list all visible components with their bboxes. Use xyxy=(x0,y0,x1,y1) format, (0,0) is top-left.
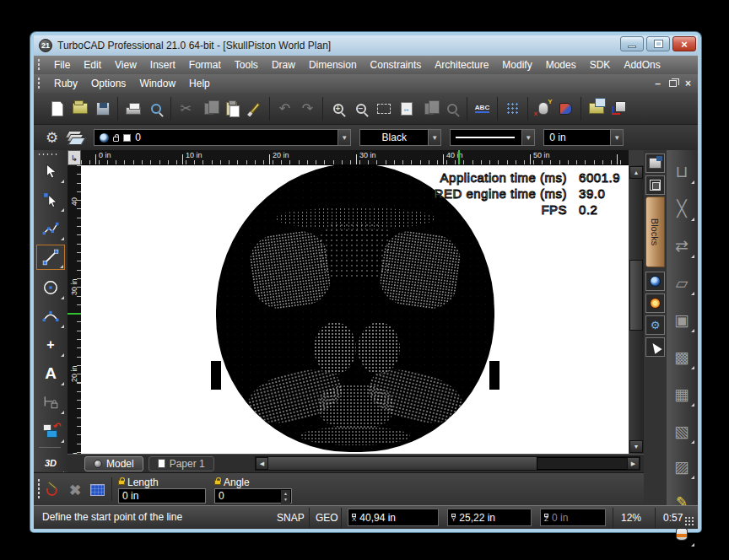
solid-tool[interactable]: ▧ xyxy=(669,417,694,445)
cancel-entry-button[interactable]: ✖ xyxy=(66,482,84,498)
x-coordinate-field[interactable]: X 40,94 in xyxy=(348,509,439,526)
menu-insert[interactable]: Insert xyxy=(143,56,182,74)
menu-dimension[interactable]: Dimension xyxy=(302,56,364,74)
scroll-up-button[interactable]: ▲ xyxy=(629,166,643,179)
menu-constraints[interactable]: Constraints xyxy=(364,56,429,74)
geo-toggle[interactable]: GEO xyxy=(316,506,338,530)
menu-edit[interactable]: Edit xyxy=(77,56,108,74)
workspace-button[interactable] xyxy=(608,97,630,121)
horizontal-scroll-thumb[interactable] xyxy=(537,457,634,470)
restore-button[interactable] xyxy=(646,36,670,51)
text-tool[interactable]: A xyxy=(36,361,65,386)
y-coordinate-field[interactable]: Y 25,22 in xyxy=(447,509,532,526)
menu-ruby[interactable]: Ruby xyxy=(47,74,84,93)
selection-info-palette-button[interactable] xyxy=(645,337,665,357)
layer-select[interactable]: 0 xyxy=(94,129,338,146)
drawing-canvas[interactable]: Application time (ms) 6001.9 RED engine … xyxy=(81,165,629,454)
menu-options[interactable]: Options xyxy=(84,74,132,93)
zoom-level-indicator[interactable]: 12% xyxy=(621,506,641,530)
circle-tool[interactable] xyxy=(36,275,65,300)
line-style-dropdown-arrow[interactable]: ▼ xyxy=(522,129,535,146)
angle-input[interactable]: 0 ▲ ▼ xyxy=(214,488,292,503)
scroll-right-button[interactable]: ▶ xyxy=(627,457,640,470)
menu-addons[interactable]: AddOns xyxy=(617,56,667,74)
zoom-in-button[interactable]: + xyxy=(327,97,349,121)
layers-icon[interactable] xyxy=(67,131,84,144)
transform-tool[interactable]: ⇄ xyxy=(669,231,694,260)
gear-icon[interactable]: ⚙ xyxy=(46,129,58,147)
edit-node-tool[interactable] xyxy=(36,187,65,213)
toolbar-grip[interactable] xyxy=(37,58,40,72)
trim-tool[interactable]: ╳ xyxy=(669,194,694,223)
menu-tools[interactable]: Tools xyxy=(228,56,265,74)
polyline-tool[interactable] xyxy=(36,216,65,241)
close-button[interactable]: × xyxy=(672,36,696,51)
line-width-select[interactable]: 0 in xyxy=(543,129,611,146)
vertical-scroll-thumb[interactable] xyxy=(629,260,643,331)
surface-tool[interactable]: ▨ xyxy=(669,452,694,481)
new-button[interactable] xyxy=(46,97,68,121)
coordinate-tool-button[interactable] xyxy=(44,482,62,498)
color-dropdown-arrow[interactable]: ▼ xyxy=(429,129,441,146)
spin-down-icon[interactable]: ▼ xyxy=(284,497,288,503)
print-preview-button[interactable] xyxy=(144,97,167,121)
line-style-select[interactable] xyxy=(450,129,522,146)
blocks-palette-button[interactable] xyxy=(645,175,665,195)
length-input[interactable]: 0 in xyxy=(118,488,206,503)
open-button[interactable] xyxy=(68,97,91,121)
zoom-window-button[interactable] xyxy=(372,97,395,121)
coordinate-mouse-button[interactable] xyxy=(532,97,554,121)
menu-modify[interactable]: Modify xyxy=(495,56,538,74)
menu-help[interactable]: Help xyxy=(182,74,217,93)
tab-paper1[interactable]: Paper 1 xyxy=(148,456,214,471)
menu-view[interactable]: View xyxy=(108,56,143,74)
select-tool[interactable] xyxy=(36,159,65,184)
tab-model[interactable]: Model xyxy=(84,456,143,471)
menu-file[interactable]: File xyxy=(47,56,77,74)
pen-color-select[interactable]: Black xyxy=(359,129,429,146)
canvas-horizontal-scrollbar[interactable]: ◀ ▶ xyxy=(255,456,640,471)
snap-toggle[interactable]: SNAP xyxy=(277,506,305,530)
z-coordinate-field[interactable]: Z 0 in xyxy=(540,509,606,526)
table-tool[interactable]: ▦ xyxy=(669,380,694,408)
overlap-tool[interactable]: ▩ xyxy=(669,342,694,371)
line-tool-active[interactable] xyxy=(36,245,65,270)
toolbar-grip[interactable] xyxy=(37,478,40,500)
open-palette-button[interactable] xyxy=(585,97,608,121)
paste-button[interactable] xyxy=(220,97,243,121)
copy-entity-tool[interactable]: ▱ xyxy=(669,268,694,297)
mdi-restore-button[interactable] xyxy=(669,80,677,87)
mdi-minimize-button[interactable]: – xyxy=(655,78,661,89)
menu-window[interactable]: Window xyxy=(132,74,182,93)
canvas-vertical-scrollbar[interactable]: ▲ ▼ xyxy=(629,165,644,454)
redo-button[interactable]: ↷ xyxy=(296,97,319,121)
zoom-out-button[interactable]: − xyxy=(349,97,372,121)
zoom-extents-button[interactable]: ↔ xyxy=(395,97,418,121)
menu-architecture[interactable]: Architecture xyxy=(428,56,495,74)
point-tool[interactable]: + xyxy=(36,332,65,358)
cut-button[interactable]: ✂ xyxy=(175,97,197,121)
clamp-tool[interactable]: ▣ xyxy=(669,305,694,334)
menu-modes[interactable]: Modes xyxy=(539,56,583,74)
layer-dropdown-arrow[interactable]: ▼ xyxy=(338,129,351,146)
ruler-origin-icon[interactable]: ↳ xyxy=(68,150,81,165)
calculator-button[interactable] xyxy=(88,482,106,498)
scroll-down-button[interactable]: ▼ xyxy=(629,440,643,453)
toolbar-grip[interactable] xyxy=(37,153,59,156)
arc-tool[interactable] xyxy=(36,304,65,329)
save-button[interactable] xyxy=(91,97,114,121)
settings-palette-button[interactable]: ⚙ xyxy=(645,315,665,335)
angle-spinner[interactable]: ▲ ▼ xyxy=(281,490,290,503)
format-painter-button[interactable] xyxy=(243,97,266,121)
library-palette-button[interactable] xyxy=(645,153,665,173)
point-cloud-button[interactable] xyxy=(501,97,524,121)
scroll-left-button[interactable]: ◀ xyxy=(256,457,268,470)
print-button[interactable] xyxy=(122,97,144,121)
angle-lock-icon[interactable] xyxy=(214,480,221,485)
length-lock-icon[interactable] xyxy=(118,480,125,485)
previous-view-button[interactable] xyxy=(418,97,440,121)
extrude-tool[interactable]: ⊔ xyxy=(669,157,694,186)
spin-up-icon[interactable]: ▲ xyxy=(284,491,288,497)
hatch-tool[interactable]: ↶ xyxy=(36,418,65,444)
resize-grip[interactable] xyxy=(684,516,694,526)
